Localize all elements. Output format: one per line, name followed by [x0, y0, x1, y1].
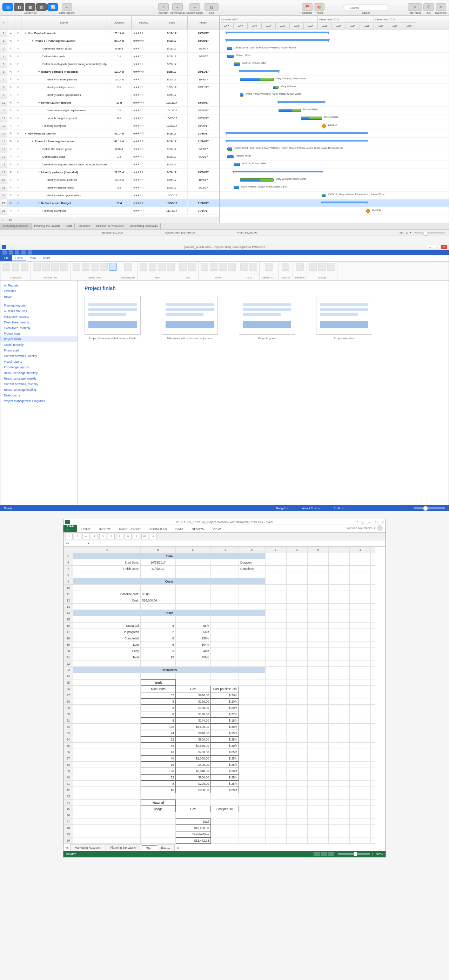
- cell[interactable]: $ 22/h: [211, 711, 239, 718]
- report-thumbnail[interactable]: Project Overview with Resource Costs: [84, 296, 141, 340]
- cell[interactable]: [73, 730, 141, 736]
- task-name-cell[interactable]: ▾Identify partners (if needed): [21, 169, 107, 176]
- maximize-btn[interactable]: ☐: [434, 245, 440, 249]
- cell[interactable]: [329, 812, 350, 818]
- cell[interactable]: [350, 736, 371, 743]
- timeline-row[interactable]: 11/16/17: [220, 207, 449, 215]
- cell[interactable]: [287, 698, 308, 705]
- gantt-view-icon[interactable]: ▤: [2, 3, 13, 11]
- row-number[interactable]: 39: [63, 768, 73, 774]
- cell[interactable]: [239, 806, 265, 812]
- cell[interactable]: 40: [141, 755, 176, 762]
- cell[interactable]: [287, 622, 308, 629]
- gantt-chart-btn[interactable]: [73, 263, 80, 271]
- sidebar-link[interactable]: Project Management Diagrams: [0, 398, 77, 404]
- cell[interactable]: [176, 591, 211, 597]
- cell[interactable]: [176, 566, 211, 572]
- gantt-bar[interactable]: [233, 171, 322, 172]
- project-tab[interactable]: Planning the Launch: [32, 223, 63, 229]
- task-name-cell[interactable]: Planning Complete: [21, 122, 107, 130]
- task-row[interactable]: 1▸↗▾New Product Launch29.14 d★★★☆☆9/18/1…: [0, 30, 219, 37]
- cell[interactable]: Cost: [176, 686, 211, 692]
- row-number[interactable]: 8: [0, 84, 7, 91]
- cell[interactable]: [239, 787, 265, 793]
- scroll-gutter[interactable]: [371, 730, 375, 736]
- col-header[interactable]: H: [308, 547, 329, 553]
- cell[interactable]: [239, 774, 265, 781]
- qat-btn[interactable]: [9, 250, 13, 255]
- cell[interactable]: [239, 679, 265, 686]
- cell[interactable]: [239, 743, 265, 749]
- scroll-gutter[interactable]: [371, 762, 375, 768]
- qat-btn[interactable]: 9: [133, 534, 140, 539]
- start-cell[interactable]: 9/18/17: [156, 30, 188, 37]
- cell[interactable]: [211, 831, 239, 837]
- cell[interactable]: [287, 629, 308, 635]
- timeline-row[interactable]: [220, 169, 449, 176]
- col-finish[interactable]: Finish: [188, 16, 219, 30]
- finish-cell[interactable]: 9/20/17: [188, 153, 219, 161]
- cell[interactable]: Cost per time unit: [211, 686, 239, 692]
- cell[interactable]: [239, 597, 265, 604]
- cell[interactable]: [350, 591, 371, 597]
- cell[interactable]: [73, 692, 141, 698]
- cell[interactable]: $176.00: [176, 711, 211, 718]
- view-btn-3[interactable]: ▦: [25, 3, 35, 11]
- row-number[interactable]: 28: [63, 698, 73, 705]
- cell[interactable]: [287, 768, 308, 774]
- cell[interactable]: [329, 831, 350, 837]
- task-row[interactable]: 10✎↗▾Define Launch Budget13 d★★★☆☆10/11/…: [0, 99, 219, 107]
- row-number[interactable]: 17: [0, 153, 7, 161]
- cell[interactable]: [265, 572, 287, 578]
- info-btn[interactable]: ⓘ: [424, 3, 434, 11]
- cell[interactable]: [211, 566, 239, 572]
- sheet-tab[interactable]: Start: [142, 845, 157, 851]
- cell[interactable]: [287, 736, 308, 743]
- qat-btn[interactable]: [15, 250, 19, 255]
- cell[interactable]: [329, 718, 350, 724]
- task-name-cell[interactable]: Identify retail partners: [21, 84, 107, 91]
- cell[interactable]: [308, 793, 329, 800]
- cell[interactable]: [141, 812, 176, 818]
- sheet-tab[interactable]: Exe …: [157, 845, 175, 851]
- cell[interactable]: $800.00: [176, 787, 211, 793]
- task-row[interactable]: 21✎↗Identify retail partners2 d★★★☆☆9/20…: [0, 184, 219, 192]
- cell[interactable]: $ 30/h: [211, 768, 239, 774]
- finish-cell[interactable]: 9/19/17: [188, 45, 219, 52]
- cell[interactable]: [350, 660, 371, 667]
- view-break-btn[interactable]: [328, 852, 334, 856]
- row-number[interactable]: 49: [63, 831, 73, 837]
- col-ico2[interactable]: [14, 16, 21, 30]
- cell[interactable]: [239, 660, 265, 667]
- week-header[interactable]: w48: [374, 23, 388, 30]
- week-header[interactable]: w39: [248, 23, 262, 30]
- gantt-bar[interactable]: [301, 116, 322, 120]
- cell[interactable]: [329, 800, 350, 806]
- cell[interactable]: [350, 635, 371, 641]
- sidebar-link[interactable]: MINDMAP Reports: [0, 314, 77, 320]
- cell[interactable]: [239, 635, 265, 641]
- row-number[interactable]: 18: [0, 161, 7, 168]
- timeline-row[interactable]: 9/20/17; Richard Miller: [220, 161, 449, 169]
- cell[interactable]: 104 h: [176, 641, 211, 648]
- cell[interactable]: [308, 616, 329, 622]
- priority-cell[interactable]: ★★★☆☆: [132, 91, 156, 99]
- row-number[interactable]: 13: [0, 122, 7, 130]
- tab-page-layout[interactable]: PAGE LAYOUT: [115, 526, 145, 532]
- row-number[interactable]: 1: [0, 30, 7, 37]
- cell[interactable]: 32: [141, 692, 176, 698]
- cell[interactable]: 16: [141, 749, 176, 755]
- cell[interactable]: [287, 572, 308, 578]
- cell[interactable]: [329, 837, 350, 844]
- timeline-row[interactable]: 9/25/17; Mary Williams; Karen Martin; Su…: [220, 91, 449, 99]
- priority-cell[interactable]: ★★★☆☆: [132, 153, 156, 161]
- cell[interactable]: [287, 812, 308, 818]
- cell[interactable]: [287, 705, 308, 711]
- zoom-mode[interactable]: Mo - w: [400, 231, 408, 234]
- gantt-bar[interactable]: [233, 163, 240, 166]
- week-header[interactable]: w47: [360, 23, 374, 30]
- cell[interactable]: [239, 705, 265, 711]
- start-cell[interactable]: 10/9/17: [156, 84, 188, 91]
- scroll-gutter[interactable]: [371, 774, 375, 781]
- cell[interactable]: [287, 774, 308, 781]
